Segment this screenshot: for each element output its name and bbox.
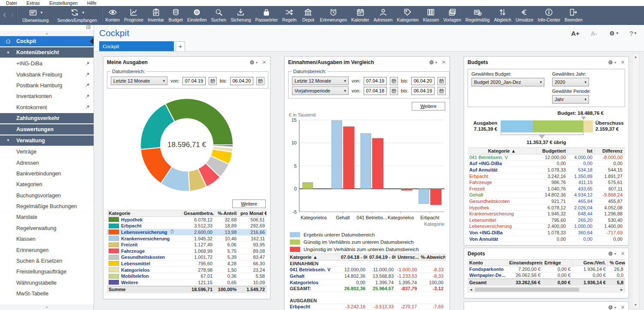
table-row[interactable]: Krankenversicherung1.945,3210,46162,11 (107, 236, 267, 242)
table-row[interactable]: Erbpacht3.242,161.350,891.891,27 (468, 173, 625, 180)
table-row[interactable]: Auf Annuität1.078,33534,18544,15 (468, 167, 625, 173)
table-row[interactable]: Von +ING-DiBa1.078,33360,64-717,69 (468, 230, 625, 236)
scroll-right-icon[interactable]: ▶ (619, 288, 625, 292)
sidebar-item-cockpit[interactable]: Cockpit (0, 36, 94, 46)
budget-select[interactable]: Budget 2020_Jan-Dez▾ (471, 78, 544, 86)
pin-icon[interactable] (81, 61, 94, 67)
table-row[interactable]: Erbpacht-3.242,16-3.512,33-270,17-7,69 (288, 304, 446, 310)
panel-gear-button[interactable]: ▾ (249, 59, 258, 65)
sidebar-item-bankverbindungen[interactable]: Bankverbindungen (0, 169, 94, 179)
chevron-down-icon[interactable]: ▼ (0, 51, 16, 55)
sidebar-item-freistellungsaufträge[interactable]: Freistellungsaufträge (0, 267, 94, 277)
toolbar-updown-button[interactable]: Abgleich (492, 6, 513, 24)
table-row[interactable]: Weitere121,150,6510,09 (107, 279, 267, 286)
table-row[interactable]: Fahrzeuge986,76411,15575,61 (468, 179, 625, 186)
sidebar-item-kontokorrent[interactable]: Kontokorrent (0, 102, 94, 113)
calendar-picker-icon[interactable] (390, 77, 398, 85)
bar[interactable] (372, 138, 383, 189)
table-row[interactable]: 041 Betriebsein. V12.000,0011.000,00-1.0… (288, 267, 446, 273)
panel-gear-button[interactable]: ▾ (608, 59, 616, 65)
table-row[interactable]: Kategorielos278,981,5023,24 (107, 267, 267, 273)
period-select[interactable]: Jahr▾ (552, 95, 589, 104)
toolbar-backup-button[interactable]: Sicherung (228, 6, 253, 24)
table-row[interactable]: Hypothek6.078,122.026,044.052,08 (468, 205, 625, 211)
pin-icon[interactable] (81, 72, 94, 77)
toolbar-sync-button[interactable]: ▾Senden/Empfangen (53, 6, 101, 24)
toolbar-clipboard-button[interactable]: Inventar (146, 6, 166, 24)
calendar-picker-icon[interactable] (390, 87, 398, 95)
sidebar-item-+ing-diba[interactable]: +ING-DiBa (0, 58, 94, 69)
table-row[interactable]: Gehalt14.802,364.934,12-9.868,24 (468, 192, 625, 199)
bar[interactable] (361, 134, 371, 189)
calendar-picker-icon[interactable] (437, 87, 446, 95)
table-row[interactable]: Summe18.596,71100,00%1.549,72 (107, 286, 267, 293)
table-row[interactable]: Mobiltelefon67,010,365,58 (107, 273, 267, 279)
panel-close-icon[interactable] (620, 304, 625, 310)
toolbar-eye-button[interactable]: Konten (103, 6, 122, 24)
depots-horizontal-scrollbar[interactable]: ◀ ▶ (468, 287, 625, 292)
toolbar-person-button[interactable]: Adressen (371, 6, 395, 24)
sidebar-item-kategorien[interactable]: Kategorien (0, 179, 94, 190)
bar[interactable] (343, 126, 354, 189)
pin-icon[interactable] (81, 83, 94, 88)
table-row[interactable]: Wertpapier-De...26.062,56 €0,00 €0,00 €0… (468, 273, 625, 279)
sidebar-item-verwaltung[interactable]: ▼Verwaltung (0, 135, 94, 146)
table-row[interactable]: Gesundheitskosten921,71465,84455,87 (468, 198, 625, 205)
date-to-input[interactable]: 06.04.20 (411, 77, 434, 85)
collapse-sidebar-icon[interactable] (86, 25, 91, 31)
pin-icon[interactable] (81, 104, 94, 110)
toolbar-coins-button[interactable]: Budget (166, 6, 185, 24)
sidebar-item-zahlungsverkehr[interactable]: Zahlungsverkehr (0, 113, 94, 123)
toolbar-lock-button[interactable]: Passwörter (253, 6, 280, 24)
toolbar-euro-button[interactable]: Umsätze (513, 6, 535, 24)
toolbar-chart-button[interactable]: Prognose (122, 6, 146, 24)
bar[interactable] (331, 121, 342, 189)
sidebar-item-währungstabelle[interactable]: Währungstabelle (0, 278, 94, 289)
table-row[interactable]: Gehalt14.802,3613.568,83-1.233,53-8,33 (288, 273, 446, 279)
help-button[interactable]: ?▾ (629, 30, 636, 37)
pin-icon[interactable] (81, 94, 94, 99)
menu-item-datei[interactable]: Datei (6, 0, 17, 6)
sidebar-item-auswertungen[interactable]: Auswertungen (0, 124, 94, 135)
sidebar-item-buchungsvorlagen[interactable]: Buchungsvorlagen (0, 190, 94, 201)
font-decrease-button[interactable]: A- (591, 30, 598, 37)
toolbar-transfer-button[interactable]: ▾Überweisung (18, 6, 53, 24)
table-row[interactable]: Freizeit1.040,76433,65607,11 (468, 186, 625, 192)
table-row[interactable]: Lebensversicherung2.600,0013,98216,66 (107, 229, 267, 236)
sidebar-item-inventarkonten[interactable]: Inventarkonten (0, 91, 94, 102)
menu-item-extras[interactable]: Extras (27, 0, 40, 6)
chevron-down-icon[interactable]: ▾ (40, 10, 43, 15)
table-row[interactable]: Gesundheitskosten1.001,725,3983,47 (107, 255, 267, 261)
weitere-button[interactable]: Weitere (412, 102, 445, 110)
calendar-picker-icon[interactable] (437, 77, 446, 85)
panel-close-icon[interactable] (620, 250, 625, 258)
add-tab-button[interactable]: + (176, 41, 185, 51)
table-row[interactable]: Hypothek6.078,1232,68506,51 (107, 217, 267, 223)
toolbar-books-button[interactable]: Klassen (421, 6, 441, 24)
date-to-input[interactable]: 06.04.20 (230, 77, 253, 85)
menu-item-hilfe[interactable]: Hilfe (87, 0, 97, 6)
sidebar-item-mwst-tabelle[interactable]: MwSt-Tabelle (0, 289, 94, 299)
chevron-down-icon[interactable]: ▾ (82, 10, 84, 15)
sidebar-item-mandate[interactable]: Mandate (0, 212, 94, 223)
toolbar-shuffle-button[interactable]: Regeln (280, 6, 299, 24)
sidebar-scroll-down[interactable]: ▼ (0, 304, 94, 310)
date-range-select[interactable]: Vorjahresperiode▾ (292, 86, 349, 95)
sidebar-item-suchen-ersetzen[interactable]: Suchen & Ersetzen (0, 256, 94, 267)
table-row[interactable]: Freizeit1.127,496,0693,95 (107, 242, 267, 248)
scroll-up-icon[interactable]: ▲ (634, 55, 638, 59)
date-from-input[interactable]: 07.04.18 (364, 87, 387, 95)
table-row[interactable]: 041 Betriebsein. V12.000,004.000,00-8.00… (468, 154, 625, 161)
panel-close-icon[interactable] (262, 58, 267, 66)
bar[interactable] (303, 182, 313, 189)
table-row[interactable]: Erbpacht3.512,3318,89292,69 (107, 223, 267, 230)
toolbar-tag-button[interactable]: Kategorien (395, 6, 421, 24)
table-row[interactable]: Von Annuität0,000,000,00 (468, 236, 625, 242)
table-header[interactable]: Kategorie ▲07.04.18 - 06...07.04.19 - 06… (288, 254, 446, 261)
tab-cockpit[interactable]: Cockpit (99, 41, 174, 51)
menu-item-einstellungen[interactable]: Einstellungen (49, 0, 78, 6)
sidebar-item-volksbank-freiburg[interactable]: Volksbank Freiburg (0, 69, 94, 80)
toolbar-bank-button[interactable]: Depot (299, 6, 318, 24)
table-row[interactable]: Lebensmittel795,60265,20530,40 (468, 217, 625, 224)
table-row[interactable]: Kategorielos0,001.395,741.395,74100,00 (288, 279, 446, 286)
